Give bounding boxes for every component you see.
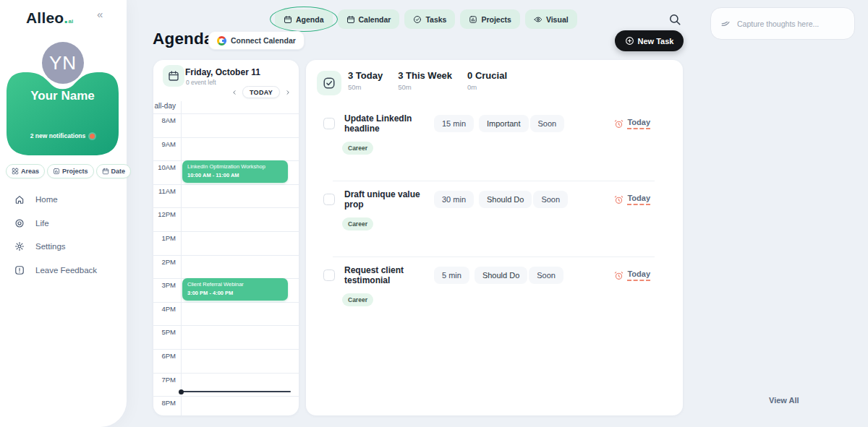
task-tag[interactable]: Career: [342, 142, 373, 155]
task-checkbox[interactable]: [323, 194, 335, 205]
calendar-icon: [168, 70, 179, 82]
chip-date[interactable]: Date: [96, 164, 132, 178]
hour-row[interactable]: 9AM: [153, 137, 299, 161]
hour-row[interactable]: 4PM: [153, 302, 299, 326]
search-icon[interactable]: [668, 13, 681, 26]
sidebar-item-label: Home: [35, 195, 58, 204]
task-due[interactable]: Today: [614, 118, 650, 129]
all-day-row[interactable]: all-day: [153, 101, 299, 113]
sidebar-item-label: Leave Feedback: [35, 266, 97, 275]
tab-calendar[interactable]: Calendar: [338, 9, 400, 29]
sidebar-item-settings[interactable]: Settings: [14, 235, 116, 259]
hour-label: 10AM: [153, 163, 181, 171]
task-tags: Career: [342, 140, 665, 155]
task-duration-pill[interactable]: 30 min: [434, 191, 474, 208]
tab-visual[interactable]: Visual: [525, 9, 577, 29]
hour-row[interactable]: 7PM: [153, 373, 299, 397]
task-due[interactable]: Today: [614, 269, 650, 281]
sidebar-item-life[interactable]: Life: [14, 212, 116, 236]
agenda-calendar-panel: Friday, October 11 0 event left TODAY al…: [153, 60, 299, 415]
logo-text: Alleo: [26, 9, 64, 26]
app-logo: Alleo.ai: [26, 9, 73, 27]
top-nav: Agenda Calendar Tasks Projects Visual: [275, 9, 577, 29]
agenda-icon: [284, 15, 292, 24]
due-label: Today: [627, 118, 650, 129]
sidebar-collapse-icon[interactable]: «: [97, 8, 103, 20]
feedback-icon: [14, 265, 25, 275]
task-when-pill[interactable]: Soon: [530, 115, 565, 132]
current-time-indicator: [181, 391, 291, 392]
hour-label: 11AM: [153, 187, 181, 195]
check-square-icon: [323, 77, 336, 90]
alarm-icon: [614, 195, 624, 204]
chevron-right-icon[interactable]: [284, 89, 292, 96]
task-tags: Career: [342, 292, 665, 306]
sidebar-item-home[interactable]: Home: [14, 188, 116, 212]
task-priority-pill[interactable]: Should Do: [475, 267, 527, 284]
hour-row[interactable]: 8AM: [153, 113, 299, 137]
hour-row[interactable]: 5PM: [153, 325, 299, 349]
hour-row[interactable]: 12PM: [153, 207, 299, 231]
hour-label: 7PM: [153, 376, 181, 384]
user-name: Your Name: [7, 89, 119, 103]
task-priority-pill[interactable]: Should Do: [479, 191, 532, 208]
sidebar: Alleo.ai « YN Your Name 2 new notificati…: [0, 0, 127, 427]
connect-calendar-label: Connect Calendar: [231, 36, 296, 45]
notification-dot: [90, 134, 95, 139]
task-title[interactable]: Request client testimonial: [344, 265, 434, 285]
stat-label: 3 Today: [348, 70, 383, 81]
calendar-event[interactable]: Client Referral Webinar 3:00 PM - 4:00 P…: [182, 278, 288, 301]
calendar-event[interactable]: LinkedIn Optimization Workshop 10:00 AM …: [182, 160, 288, 183]
notifications-link[interactable]: 2 new notifications: [7, 132, 119, 139]
task-checkbox[interactable]: [323, 118, 335, 129]
task-duration-pill[interactable]: 5 min: [434, 267, 469, 284]
tasks-icon-box: [317, 71, 341, 95]
task-tag[interactable]: Career: [342, 293, 373, 306]
alarm-icon: [614, 271, 624, 280]
chip-areas[interactable]: Areas: [6, 164, 45, 178]
chart-square-icon: [53, 168, 60, 175]
hour-row[interactable]: 2PM: [153, 255, 299, 279]
task-row: Update LinkedIn headline 15 min Importan…: [323, 113, 665, 155]
event-title: LinkedIn Optimization Workshop: [187, 163, 283, 171]
target-icon: [14, 218, 25, 228]
view-all-link[interactable]: View All: [769, 396, 799, 405]
tab-label: Projects: [481, 15, 511, 24]
today-button[interactable]: TODAY: [242, 86, 280, 98]
hour-row[interactable]: 11AM: [153, 184, 299, 208]
sidebar-item-leave-feedback[interactable]: Leave Feedback: [14, 259, 116, 282]
task-row: Draft unique value prop 30 min Should Do…: [323, 189, 665, 230]
task-tag[interactable]: Career: [342, 217, 373, 230]
event-time: 10:00 AM - 11:00 AM: [187, 171, 283, 179]
task-title[interactable]: Draft unique value prop: [344, 189, 434, 210]
task-due[interactable]: Today: [614, 194, 650, 205]
check-circle-icon: [413, 15, 422, 24]
stat-this-week: 3 This Week 50m: [398, 70, 452, 91]
chip-projects[interactable]: Projects: [47, 164, 94, 178]
tab-projects[interactable]: Projects: [460, 9, 519, 29]
task-priority-pill[interactable]: Important: [479, 115, 528, 132]
capture-thoughts-box: [710, 7, 855, 40]
avatar[interactable]: YN: [42, 42, 84, 84]
task-when-pill[interactable]: Soon: [529, 267, 563, 284]
task-checkbox[interactable]: [323, 269, 335, 281]
capture-thoughts-input[interactable]: [737, 20, 845, 28]
hour-label: 5PM: [153, 328, 181, 336]
hour-label: 2PM: [153, 258, 181, 266]
task-duration-pill[interactable]: 15 min: [434, 115, 474, 132]
task-main: Request client testimonial 5 min Should …: [323, 265, 665, 285]
hour-row[interactable]: 1PM: [153, 231, 299, 255]
chevron-left-icon[interactable]: [231, 89, 238, 96]
hour-row[interactable]: 6PM: [153, 349, 299, 373]
tab-agenda[interactable]: Agenda: [275, 9, 333, 29]
hour-row[interactable]: 8PM: [153, 396, 299, 415]
task-when-pill[interactable]: Soon: [533, 191, 568, 208]
task-title[interactable]: Update LinkedIn headline: [344, 113, 434, 134]
calendar-icon: [346, 15, 355, 24]
tab-tasks[interactable]: Tasks: [404, 9, 455, 29]
new-task-button[interactable]: New Task: [615, 30, 684, 51]
grid-icon: [12, 168, 19, 175]
stat-duration: 50m: [348, 83, 383, 91]
tasks-stats: 3 Today 50m 3 This Week 50m 0 Crucial 0m: [348, 70, 507, 91]
connect-calendar-button[interactable]: Connect Calendar: [208, 31, 305, 50]
